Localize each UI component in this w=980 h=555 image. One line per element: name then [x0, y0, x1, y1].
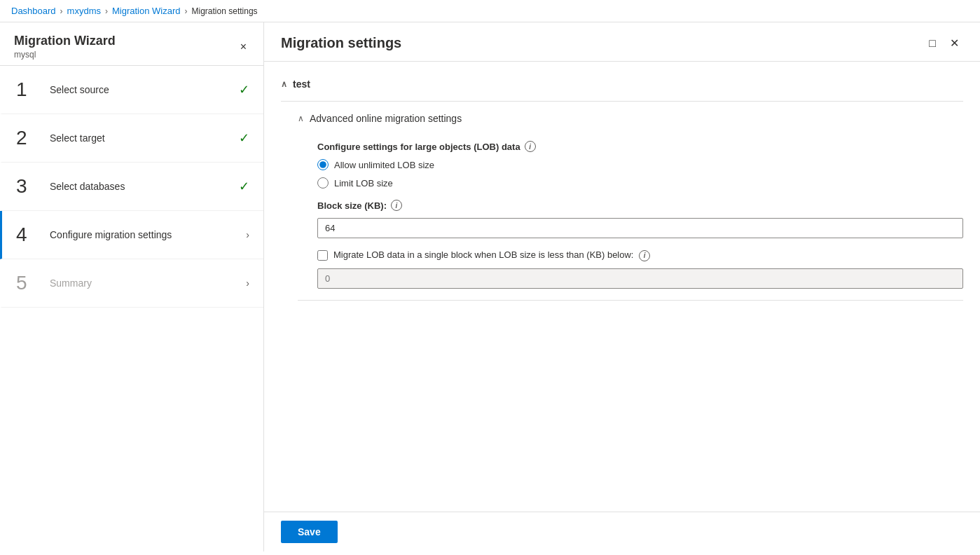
- test-section-collapse[interactable]: ∧ test: [281, 73, 963, 95]
- breadcrumb-current: Migration settings: [192, 6, 258, 16]
- section-divider-1: [281, 101, 963, 102]
- migrate-lob-group: Migrate LOB data in a single block when …: [317, 249, 963, 289]
- block-size-label: Block size (KB): i: [317, 200, 963, 211]
- step-5-number: 5: [16, 272, 41, 294]
- step-5[interactable]: 5 Summary ›: [0, 259, 263, 308]
- section-test-label: test: [293, 78, 310, 90]
- content-header: Migration settings □ ✕: [264, 22, 980, 62]
- breadcrumb-mxydms[interactable]: mxydms: [67, 6, 101, 16]
- inner-collapse-arrow: ∧: [298, 114, 304, 123]
- step-3-label: Select databases: [50, 181, 239, 192]
- step-2[interactable]: 2 Select target ✓: [0, 114, 263, 163]
- migrate-lob-checkbox-row: Migrate LOB data in a single block when …: [317, 249, 963, 261]
- step-1[interactable]: 1 Select source ✓: [0, 66, 263, 114]
- sidebar-subtitle: mysql: [14, 50, 116, 60]
- content-body: ∧ test ∧ Advanced online migration setti…: [264, 62, 980, 512]
- migrate-lob-info-icon[interactable]: i: [639, 250, 650, 261]
- step-2-label: Select target: [50, 132, 239, 144]
- block-size-info-icon[interactable]: i: [391, 200, 402, 211]
- radio-limit-input[interactable]: [317, 177, 329, 189]
- breadcrumb-dashboard[interactable]: Dashboard: [11, 6, 56, 16]
- step-1-label: Select source: [50, 84, 239, 95]
- step-3[interactable]: 3 Select databases ✓: [0, 163, 263, 211]
- step-4-number: 4: [16, 224, 41, 246]
- main-layout: Migration Wizard mysql × 1 Select source…: [0, 22, 980, 551]
- close-button[interactable]: ×: [237, 38, 249, 56]
- lob-label: Configure settings for large objects (LO…: [317, 141, 963, 152]
- breadcrumb-migration-wizard[interactable]: Migration Wizard: [112, 6, 181, 16]
- sidebar-title: Migration Wizard: [14, 34, 116, 48]
- lob-form-group: Configure settings for large objects (LO…: [317, 141, 963, 189]
- breadcrumb-sep-1: ›: [60, 6, 63, 16]
- block-size-group: Block size (KB): i: [317, 200, 963, 238]
- step-3-number: 3: [16, 175, 41, 198]
- save-button[interactable]: Save: [281, 521, 338, 543]
- step-4[interactable]: 4 Configure migration settings ›: [0, 211, 263, 259]
- step-2-check: ✓: [239, 130, 249, 146]
- radio-unlimited-option[interactable]: Allow unlimited LOB size: [317, 159, 963, 170]
- migrate-lob-checkbox[interactable]: [317, 250, 328, 261]
- header-icons: □ ✕: [925, 34, 963, 53]
- step-1-number: 1: [16, 78, 41, 101]
- sidebar-header: Migration Wizard mysql ×: [0, 22, 263, 66]
- breadcrumb-sep-3: ›: [185, 6, 188, 16]
- step-2-number: 2: [16, 127, 41, 149]
- breadcrumb-sep-2: ›: [105, 6, 108, 16]
- radio-unlimited-label: Allow unlimited LOB size: [334, 160, 434, 170]
- sidebar: Migration Wizard mysql × 1 Select source…: [0, 22, 264, 551]
- step-4-label: Configure migration settings: [50, 229, 246, 240]
- step-1-check: ✓: [239, 82, 249, 97]
- block-size-input[interactable]: [317, 218, 963, 238]
- content-area: Migration settings □ ✕ ∧ test ∧ Advanced…: [264, 22, 980, 551]
- migrate-lob-value-input: [317, 268, 963, 289]
- step-5-label: Summary: [50, 278, 246, 289]
- radio-limit-label: Limit LOB size: [334, 178, 393, 189]
- migrate-lob-label: Migrate LOB data in a single block when …: [333, 249, 650, 261]
- advanced-section-label: Advanced online migration settings: [310, 113, 462, 124]
- step-5-arrow: ›: [246, 278, 249, 289]
- collapse-arrow-up: ∧: [281, 79, 287, 89]
- radio-limit-option[interactable]: Limit LOB size: [317, 177, 963, 189]
- breadcrumb: Dashboard › mxydms › Migration Wizard › …: [0, 0, 980, 22]
- radio-unlimited-input[interactable]: [317, 159, 329, 170]
- step-4-arrow: ›: [246, 229, 249, 240]
- step-3-check: ✓: [239, 179, 249, 194]
- lob-info-icon[interactable]: i: [525, 141, 536, 152]
- maximize-button[interactable]: □: [925, 34, 940, 53]
- inner-section: ∧ Advanced online migration settings Con…: [281, 107, 963, 301]
- advanced-section-collapse[interactable]: ∧ Advanced online migration settings: [298, 107, 963, 130]
- header-close-button[interactable]: ✕: [946, 34, 963, 53]
- content-footer: Save: [264, 512, 980, 551]
- page-title: Migration settings: [281, 35, 401, 51]
- section-divider-2: [298, 300, 963, 301]
